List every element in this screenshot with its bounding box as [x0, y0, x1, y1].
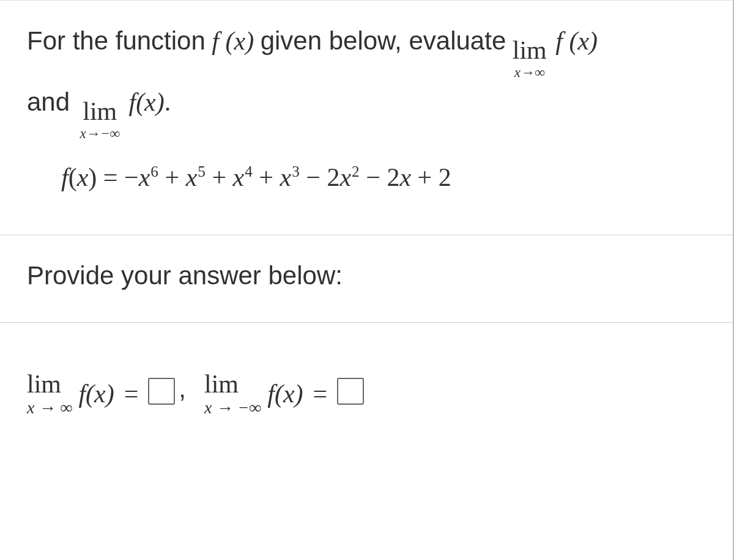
- question-text-line2: and lim x→−∞ f(x).: [27, 81, 706, 131]
- answer-input-2[interactable]: [337, 378, 364, 405]
- text-prefix: For the function: [27, 20, 206, 61]
- fn-name: f (x): [212, 21, 254, 62]
- limit-1: lim x→∞ f (x): [513, 21, 598, 70]
- lim-label: lim: [513, 37, 547, 63]
- answer-prompt: Provide your answer below:: [0, 235, 733, 323]
- fn-rhs: −x6 + x5 + x4 + x3 − 2x2 − 2x + 2: [124, 163, 451, 191]
- lim-sub: x→−∞: [80, 127, 120, 141]
- text-and: and: [27, 81, 70, 122]
- lim-bot: x → ∞: [27, 399, 72, 416]
- period: .: [165, 88, 171, 116]
- equals-2: =: [310, 379, 332, 408]
- lim-stack-1: lim x → ∞: [27, 370, 72, 416]
- answer-group-1: lim x → ∞ f(x) =: [27, 370, 175, 416]
- answer-input-1[interactable]: [148, 378, 175, 405]
- limit-2: lim x→−∞ f(x).: [80, 82, 171, 131]
- fn-lhs-paren2: ) =: [88, 163, 124, 191]
- fx-2: f(x): [267, 379, 303, 408]
- answer-inputs: lim x → ∞ f(x) = , lim x → −∞ f(x) =: [0, 323, 733, 441]
- lim-top: lim: [27, 370, 61, 397]
- lim-sub: x→∞: [514, 65, 545, 79]
- problem-page: For the function f (x) given below, eval…: [0, 0, 734, 560]
- fx-text: f(x): [78, 380, 114, 408]
- answer-separator: ,: [179, 374, 186, 403]
- answer-group-2: lim x → −∞ f(x) =: [204, 370, 364, 416]
- lim-label: lim: [83, 98, 117, 124]
- text-middle: given below, evaluate: [261, 20, 506, 61]
- fx-1: f(x): [78, 379, 114, 408]
- question-block: For the function f (x) given below, eval…: [0, 1, 733, 235]
- lim-expr: f(x): [128, 88, 164, 116]
- fx-text: f(x): [267, 380, 303, 408]
- lim-top: lim: [204, 370, 239, 397]
- question-text: For the function f (x) given below, eval…: [27, 20, 706, 70]
- equals-1: =: [120, 379, 143, 408]
- fn-lhs-x: x: [77, 163, 89, 191]
- fn-lhs: f: [61, 163, 69, 191]
- lim-stack-2: lim x → −∞: [204, 370, 261, 416]
- lim-expr: f (x): [555, 27, 598, 55]
- lim-bot: x → −∞: [204, 399, 261, 416]
- function-definition: f(x) = −x6 + x5 + x4 + x3 − 2x2 − 2x + 2: [27, 157, 706, 198]
- fn-lhs-paren: (: [69, 163, 77, 191]
- answer-prompt-text: Provide your answer below:: [27, 261, 343, 290]
